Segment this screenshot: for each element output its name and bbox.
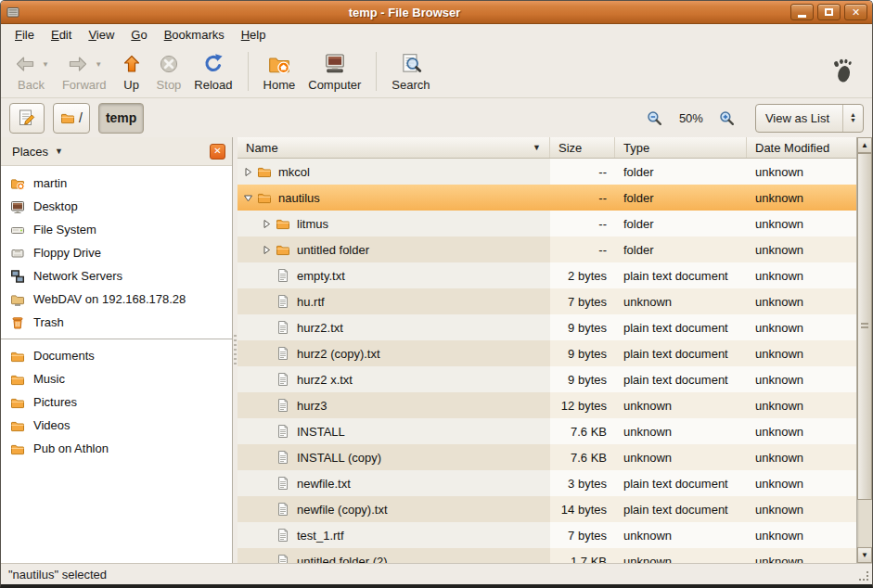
- cell-type: unknown: [615, 444, 747, 470]
- file-name-label: litmus: [297, 217, 328, 231]
- file-row-test-1-rtf[interactable]: test_1.rtf7 bytesunknownunknown: [238, 522, 856, 548]
- toggle-location-entry-button[interactable]: [9, 103, 45, 134]
- menu-go[interactable]: Go: [122, 25, 155, 45]
- expander-collapsed-icon[interactable]: [260, 219, 274, 229]
- file-row-untitled-folder-2[interactable]: untitled folder (2)1.7 KBunknownunknown: [238, 548, 856, 563]
- view-mode-combo[interactable]: View as List ▲▼: [755, 104, 864, 133]
- text-file-icon: [276, 450, 290, 465]
- up-button[interactable]: Up: [113, 49, 150, 94]
- file-row-nautilus[interactable]: nautilus--folderunknown: [238, 185, 856, 211]
- file-row-newfile-txt[interactable]: newfile.txt3 bytesplain text documentunk…: [238, 470, 856, 496]
- sidebar-item-label: Documents: [33, 349, 95, 363]
- folder-icon: [10, 372, 25, 387]
- sidebar-item-trash[interactable]: Trash: [1, 311, 232, 334]
- sidebar-item-label: Pictures: [33, 395, 77, 409]
- cell-type: unknown: [615, 392, 747, 418]
- file-name-label: newfile (copy).txt: [297, 503, 388, 517]
- window-title: temp - File Browser: [22, 6, 787, 19]
- maximize-icon: [825, 8, 833, 16]
- zoom-in-icon[interactable]: [717, 108, 738, 128]
- status-bar: "nautilus" selected: [1, 563, 872, 584]
- file-row-install[interactable]: INSTALL7.6 KBunknownunknown: [238, 418, 856, 444]
- scroll-down-button[interactable]: ▼: [857, 547, 872, 563]
- file-row-litmus[interactable]: litmus--folderunknown: [238, 211, 856, 236]
- file-row-hurz2-x-txt[interactable]: hurz2 x.txt9 bytesplain text documentunk…: [238, 366, 856, 392]
- path-button-root[interactable]: /: [53, 103, 90, 134]
- file-row-install-copy[interactable]: INSTALL (copy)7.6 KBunknownunknown: [238, 444, 856, 470]
- text-file-icon: [276, 528, 290, 543]
- search-button[interactable]: Search: [385, 49, 436, 94]
- sidebar-item-pub-on-athlon[interactable]: Pub on Athlon: [1, 437, 232, 460]
- home-button[interactable]: Home: [257, 49, 302, 94]
- sidebar-item-music[interactable]: Music: [1, 367, 232, 390]
- file-row-untitled-folder[interactable]: untitled folder--folderunknown: [238, 236, 856, 262]
- up-icon: [120, 52, 144, 76]
- scrollbar-track[interactable]: [857, 153, 872, 547]
- menu-edit[interactable]: Edit: [43, 25, 80, 45]
- sidebar-item-label: WebDAV on 192.168.178.28: [33, 292, 186, 306]
- file-row-mkcol[interactable]: mkcol--folderunknown: [238, 159, 856, 185]
- cell-size: 7.6 KB: [550, 444, 615, 470]
- scroll-up-button[interactable]: ▲: [857, 137, 872, 153]
- column-header-size[interactable]: Size: [550, 137, 615, 158]
- sidebar-item-file-system[interactable]: File System: [1, 218, 232, 241]
- sidebar-item-pictures[interactable]: Pictures: [1, 390, 232, 414]
- sidebar-item-network-servers[interactable]: Network Servers: [1, 264, 232, 288]
- sidebar-item-documents[interactable]: Documents: [1, 344, 232, 367]
- menu-file[interactable]: File: [6, 25, 43, 45]
- sidebar-item-floppy-drive[interactable]: Floppy Drive: [1, 241, 232, 264]
- menu-bookmarks[interactable]: Bookmarks: [156, 25, 233, 45]
- expander-collapsed-icon[interactable]: [260, 245, 274, 255]
- minimize-button[interactable]: [790, 4, 814, 20]
- column-header-date-modified[interactable]: Date Modified: [747, 137, 856, 158]
- cell-date-modified: unknown: [747, 340, 856, 366]
- column-header-type[interactable]: Type: [615, 137, 747, 158]
- resize-grip[interactable]: [859, 571, 869, 582]
- sidebar-item-label: Floppy Drive: [33, 246, 101, 260]
- zoom-out-icon[interactable]: [645, 108, 665, 128]
- back-label: Back: [18, 78, 45, 92]
- expander-collapsed-icon[interactable]: [241, 167, 255, 177]
- scrollbar-thumb[interactable]: [857, 153, 872, 500]
- cell-date-modified: unknown: [747, 418, 856, 444]
- file-row-newfile-copy-txt[interactable]: newfile (copy).txt14 bytesplain text doc…: [238, 496, 856, 522]
- menubar: FileEditViewGoBookmarksHelp: [1, 24, 872, 45]
- column-label: Name: [246, 141, 278, 155]
- sidebar-item-martin[interactable]: martin: [1, 172, 232, 195]
- file-row-hurz2-copy-txt[interactable]: hurz2 (copy).txt9 bytesplain text docume…: [238, 340, 856, 366]
- sidebar-item-label: File System: [33, 223, 96, 236]
- cell-type: plain text document: [615, 470, 747, 496]
- sidebar-close-button[interactable]: ✕: [210, 144, 225, 160]
- menu-view[interactable]: View: [80, 25, 122, 45]
- toolbar-separator: [376, 52, 377, 91]
- folder-icon: [10, 395, 25, 410]
- cell-name: INSTALL: [238, 418, 550, 444]
- cell-type: unknown: [615, 522, 747, 548]
- window-menu-icon[interactable]: [6, 4, 22, 20]
- reload-button[interactable]: Reload: [187, 49, 238, 94]
- close-button[interactable]: ✕: [844, 4, 867, 20]
- expander-expanded-icon[interactable]: [241, 193, 255, 203]
- menu-help[interactable]: Help: [233, 25, 275, 45]
- text-file-icon: [276, 268, 290, 283]
- pane-splitter[interactable]: [233, 137, 238, 563]
- text-file-icon: [276, 320, 290, 335]
- places-combo-button[interactable]: Places ▼: [7, 142, 68, 161]
- file-row-hurz3[interactable]: hurz312 bytesunknownunknown: [238, 392, 856, 418]
- file-name-label: INSTALL (copy): [297, 451, 381, 465]
- column-label: Size: [558, 141, 582, 155]
- network-icon: [10, 269, 25, 284]
- reload-label: Reload: [194, 78, 232, 92]
- file-row-hurz2-txt[interactable]: hurz2.txt9 bytesplain text documentunkno…: [238, 314, 856, 340]
- sidebar-item-videos[interactable]: Videos: [1, 414, 232, 437]
- file-row-empty-txt[interactable]: empty.txt2 bytesplain text documentunkno…: [238, 262, 856, 288]
- zoom-level: 50%: [679, 111, 703, 125]
- sidebar-item-webdav-on-192-168-178-28[interactable]: WebDAV on 192.168.178.28: [1, 288, 232, 311]
- sidebar-item-desktop[interactable]: Desktop: [1, 195, 232, 218]
- computer-button[interactable]: Computer: [302, 49, 367, 94]
- maximize-button[interactable]: [817, 4, 841, 20]
- file-row-hu-rtf[interactable]: hu.rtf7 bytesunknownunknown: [238, 288, 856, 314]
- cell-name: hurz2.txt: [238, 314, 550, 340]
- path-button-current[interactable]: temp: [98, 103, 144, 134]
- column-header-name[interactable]: Name▼: [238, 137, 550, 158]
